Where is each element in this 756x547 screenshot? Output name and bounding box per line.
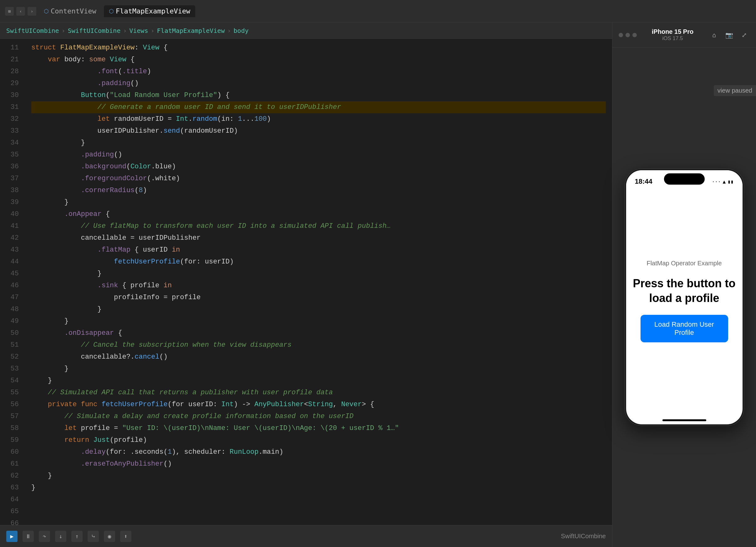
code-line-33: let randomUserID = Int.random(in: 1...10… — [31, 113, 606, 125]
code-line-48: profileInfo = profile — [31, 292, 606, 304]
code-line-41: .onAppear { — [31, 208, 606, 220]
code-line-62: .delay(for: .seconds(1), scheduler: RunL… — [31, 446, 606, 458]
dot-3 — [632, 33, 637, 37]
code-line-46: } — [31, 268, 606, 280]
code-line-55: } — [31, 375, 606, 387]
back-button[interactable]: ‹ — [16, 7, 25, 16]
pause-button[interactable]: ⏸ — [23, 531, 34, 542]
iphone-mockup: 18:44 ··· ▲ ▮▮ FlatMap Operator Example … — [625, 169, 744, 426]
code-line-36: .padding() — [31, 149, 606, 161]
breakpoints-button[interactable]: ◉ — [104, 531, 115, 542]
run-button[interactable]: ▶ — [6, 531, 18, 542]
continue-button[interactable]: ⤷ — [88, 531, 99, 542]
code-line-64: } — [31, 470, 606, 482]
code-line-61: return Just(profile) — [31, 434, 606, 446]
main-area: SwiftUICombine › SwiftUICombine › Views … — [0, 23, 756, 547]
code-line-60: let profile = "User ID: \(userID)\nName:… — [31, 422, 606, 434]
code-line-29: .padding() — [31, 78, 606, 89]
breadcrumb-item-5[interactable]: body — [233, 27, 248, 34]
code-line-47: .sink { profile in — [31, 280, 606, 292]
code-line-57: // Simulated API call that returns a pub… — [31, 387, 606, 399]
preview-device-area: 18:44 ··· ▲ ▮▮ FlatMap Operator Example … — [625, 48, 744, 547]
code-line-58: private func fetchUserProfile(for userID… — [31, 399, 606, 411]
forward-button[interactable]: › — [28, 7, 36, 16]
step-over-button[interactable]: ↷ — [39, 531, 50, 542]
breadcrumb-item-3[interactable]: Views — [129, 27, 148, 34]
tab-content-view[interactable]: ⬡ ContentView — [39, 5, 101, 17]
code-content: struct FlatMapExampleView: View { var bo… — [25, 39, 612, 525]
status-icons: ··· ▲ ▮▮ — [712, 179, 734, 185]
traffic-lights — [619, 33, 637, 37]
code-line-52: // Cancel the subscription when the view… — [31, 339, 606, 351]
code-line-44: .flatMap { userID in — [31, 244, 606, 256]
device-os: iOS 17.5 — [662, 35, 683, 42]
code-line-59: // Simulate a delay and create profile i… — [31, 411, 606, 422]
iphone-content: FlatMap Operator Example Press the butto… — [626, 189, 743, 413]
swift-icon: ⬡ — [44, 8, 49, 14]
preview-panel: iPhone 15 Pro iOS 17.5 ⌂ 📷 ⤢ view paused… — [612, 23, 756, 547]
iphone-inner: 18:44 ··· ▲ ▮▮ FlatMap Operator Example … — [626, 170, 743, 424]
code-line-34: userIDPublisher.send(randomUserID) — [31, 125, 606, 137]
code-area[interactable]: 11 21 28 29 30 31 32 33 34 35 36 37 38 3… — [0, 39, 612, 525]
app-title: FlatMap Operator Example — [646, 260, 722, 267]
code-line-63: .eraseToAnyPublisher() — [31, 458, 606, 470]
code-line-49: } — [31, 304, 606, 315]
code-line-21: var body: some View { — [31, 54, 606, 66]
rotate-icon[interactable]: ⤢ — [738, 29, 750, 41]
share-button[interactable]: ⬆ — [120, 531, 131, 542]
status-time: 18:44 — [635, 177, 652, 186]
code-line-45: fetchUserProfile(for: userID) — [31, 256, 606, 268]
load-profile-button[interactable]: Load Random User Profile — [641, 315, 728, 342]
breadcrumb-item-2[interactable]: SwiftUICombine — [68, 27, 121, 34]
preview-header: iPhone 15 Pro iOS 17.5 ⌂ 📷 ⤢ — [612, 23, 756, 48]
tab-flatmap-view[interactable]: ⬡ FlatMapExampleView — [104, 5, 195, 17]
code-line-65: } — [31, 482, 606, 494]
screenshot-icon[interactable]: 📷 — [723, 29, 735, 41]
wifi-icon: ▲ — [723, 179, 726, 185]
preview-controls: ⌂ 📷 ⤢ — [708, 29, 750, 41]
paused-badge: view paused — [714, 85, 756, 96]
step-into-button[interactable]: ↓ — [55, 531, 66, 542]
breadcrumb-item-1[interactable]: SwiftUICombine — [6, 27, 59, 34]
dot-2 — [626, 33, 630, 37]
profile-text: Press the button to load a profile — [632, 276, 736, 306]
home-icon[interactable]: ⌂ — [708, 29, 720, 41]
home-bar — [662, 419, 706, 421]
code-line-42: // Use flatMap to transform each user ID… — [31, 220, 606, 232]
breadcrumb: SwiftUICombine › SwiftUICombine › Views … — [0, 23, 612, 39]
breadcrumb-sep-3: › — [151, 27, 154, 34]
home-indicator — [626, 413, 743, 424]
code-line-38: .foregroundColor(.white) — [31, 173, 606, 185]
status-bar: 18:44 ··· ▲ ▮▮ — [626, 170, 743, 189]
code-line-50: } — [31, 315, 606, 327]
code-line-31: Button("Load Random User Profile") { — [31, 89, 606, 101]
dots-icon: ··· — [712, 179, 721, 185]
line-numbers: 11 21 28 29 30 31 32 33 34 35 36 37 38 3… — [0, 39, 25, 525]
battery-icon: ▮▮ — [728, 179, 733, 185]
code-line-39: .cornerRadius(8) — [31, 185, 606, 197]
code-line-51: .onDisappear { — [31, 327, 606, 339]
code-line-35: } — [31, 137, 606, 149]
code-line-43: cancellable = userIDPublisher — [31, 232, 606, 244]
breadcrumb-sep-1: › — [62, 27, 65, 34]
code-line-11: struct FlatMapExampleView: View { — [31, 42, 606, 54]
top-bar: ⊞ ‹ › ⬡ ContentView ⬡ FlatMapExampleView — [0, 0, 756, 23]
bottom-toolbar: ▶ ⏸ ↷ ↓ ↑ ⤷ ◉ ⬆ SwiftUICombine — [0, 525, 612, 547]
code-line-28: .font(.title) — [31, 66, 606, 78]
breadcrumb-item-4[interactable]: FlatMapExampleView — [157, 27, 225, 34]
code-line-54: } — [31, 363, 606, 375]
code-line-40: } — [31, 197, 606, 208]
dynamic-island — [664, 173, 705, 185]
device-name: iPhone 15 Pro — [652, 28, 693, 35]
code-editor: SwiftUICombine › SwiftUICombine › Views … — [0, 23, 612, 547]
breadcrumb-sep-2: › — [123, 27, 127, 34]
code-line-37: .background(Color.blue) — [31, 161, 606, 173]
dot-1 — [619, 33, 623, 37]
device-name-area: iPhone 15 Pro iOS 17.5 — [652, 28, 693, 42]
app-name-label: SwiftUICombine — [561, 533, 606, 540]
swift-icon-2: ⬡ — [109, 8, 114, 14]
grid-icon[interactable]: ⊞ — [5, 7, 14, 16]
breadcrumb-sep-4: › — [227, 27, 231, 34]
code-line-32: // Generate a random user ID and send it… — [31, 101, 606, 113]
step-out-button[interactable]: ↑ — [71, 531, 83, 542]
